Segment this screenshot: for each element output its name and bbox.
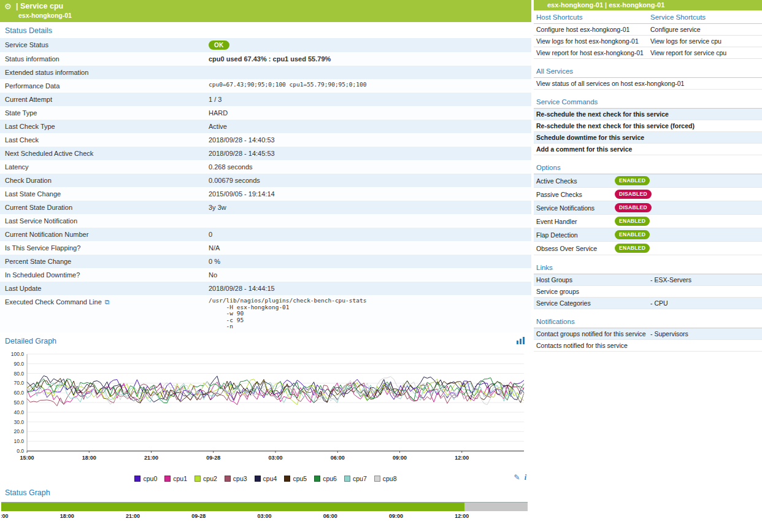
link-label[interactable]: Host Groups [536, 276, 650, 283]
status-rows: Service StatusOKStatus informationcpu0 u… [0, 38, 531, 333]
svg-text:03:00: 03:00 [268, 455, 282, 461]
status-row-value: Active [204, 120, 531, 133]
legend-label: cpu4 [263, 475, 277, 482]
status-row-value: 3y 3w [204, 201, 531, 214]
service-host-link[interactable]: esx-hongkong-01 [18, 12, 526, 20]
status-row-label: Current Notification Number [0, 228, 204, 241]
option-row: Event HandlerENABLED [534, 215, 762, 228]
service-header: ⚙ | Service cpu esx-hongkong-01 [0, 0, 531, 22]
status-row-label: Current State Duration [0, 201, 204, 214]
option-label: Flap Detection [536, 231, 615, 239]
detailed-graph: 100.090.080.070.060.050.040.030.020.010.… [0, 349, 531, 484]
graph-tools: ✎ i [514, 473, 526, 482]
option-state-badge[interactable]: ENABLED [615, 217, 650, 226]
legend-item: cpu8 [374, 475, 397, 482]
status-graph-header: Status Graph [0, 484, 531, 500]
shortcut-row: View report for host esx-hongkong-01View… [534, 47, 762, 59]
host-shortcuts-title: Host Shortcuts [534, 10, 648, 24]
kv-row: Host Groups- ESX-Servers [534, 274, 762, 286]
shortcuts-table: Host Shortcuts Service Shortcuts Configu… [534, 10, 762, 59]
status-row-value: 0.00679 seconds [204, 174, 531, 187]
legend-label: cpu3 [233, 475, 247, 482]
status-details-header: Status Details [0, 22, 531, 38]
all-services-section: All Services View status of all services… [534, 64, 762, 90]
service-command-link[interactable]: Re-schedule the next check for this serv… [534, 109, 762, 120]
legend-item: cpu1 [164, 475, 187, 482]
svg-text:100.0: 100.0 [11, 351, 25, 357]
notifications-section: Notifications Contact groups notified fo… [534, 315, 762, 352]
service-commands-rows: Re-schedule the next check for this serv… [534, 109, 762, 155]
status-row: Last Service Notification [0, 214, 531, 228]
status-row: Percent State Change0 % [0, 255, 531, 268]
copy-icon[interactable]: ⧉ [105, 298, 110, 306]
status-row: Performance Datacpu0=67.43;90;95;0;100 c… [0, 79, 531, 93]
svg-text:30.0: 30.0 [13, 418, 24, 425]
all-services-link[interactable]: View status of all services on host esx-… [534, 78, 762, 90]
service-shortcuts-title: Service Shortcuts [648, 10, 762, 24]
legend-item: cpu2 [194, 475, 217, 482]
legend-label: cpu8 [383, 475, 397, 482]
status-row-label: Last Service Notification [0, 214, 204, 228]
status-row-label: Percent State Change [0, 255, 204, 268]
option-row: Active ChecksENABLED [534, 174, 762, 188]
svg-text:70.0: 70.0 [13, 380, 24, 386]
status-row-value: 2018/09/28 - 14:45:53 [204, 147, 531, 160]
page: ⚙ | Service cpu esx-hongkong-01 Status D… [0, 0, 762, 522]
svg-text:90.0: 90.0 [13, 360, 24, 366]
option-row: Passive ChecksDISABLED [534, 188, 762, 201]
option-state-cell: ENABLED [615, 230, 760, 239]
legend-swatch [225, 476, 231, 482]
host-shortcut-link[interactable]: View logs for host esx-hongkong-01 [534, 36, 648, 47]
legend-swatch [314, 476, 320, 482]
option-state-badge[interactable]: DISABLED [615, 190, 652, 199]
option-state-badge[interactable]: ENABLED [615, 244, 650, 253]
link-label[interactable]: Service Categories [536, 299, 650, 307]
status-row-value: /usr/lib/nagios/plugins/check-bench-cpu-… [204, 295, 531, 333]
kv-row: Service groups [534, 286, 762, 298]
status-timeline-tick: 18:00 [60, 513, 74, 519]
service-shortcut-link[interactable]: Configure service [648, 24, 762, 36]
link-value[interactable]: - CPU [650, 299, 760, 307]
detailed-graph-title: Detailed Graph [5, 337, 56, 345]
gear-icon[interactable]: ⚙ [4, 2, 12, 11]
option-row: Flap DetectionENABLED [534, 228, 762, 242]
host-shortcut-link[interactable]: View report for host esx-hongkong-01 [534, 47, 648, 59]
option-state-badge[interactable]: DISABLED [615, 203, 652, 212]
status-row: Extended status information [0, 66, 531, 79]
service-command-link[interactable]: Re-schedule the next check for this serv… [534, 120, 762, 132]
svg-text:0.0: 0.0 [17, 448, 24, 454]
notification-value[interactable]: - Supervisors [650, 330, 760, 337]
pencil-icon[interactable]: ✎ [514, 473, 520, 482]
service-status-badge: OK [209, 40, 229, 50]
link-label[interactable]: Service groups [536, 288, 650, 295]
status-row: Is This Service Flapping?N/A [0, 241, 531, 255]
info-icon[interactable]: i [525, 473, 526, 482]
status-graph-title: Status Graph [5, 488, 50, 497]
bar-chart-icon[interactable] [517, 337, 525, 346]
status-timeline-tick: 12:00 [455, 513, 469, 519]
status-row-value: 0 % [204, 255, 531, 268]
svg-text:12:00: 12:00 [455, 455, 469, 461]
status-row: Check Duration0.00679 seconds [0, 174, 531, 187]
notification-label[interactable]: Contact groups notified for this service [536, 330, 650, 337]
status-timeline-tick: 03:00 [257, 513, 271, 519]
status-timeline-tick: 09:00 [389, 513, 403, 519]
status-row-label: Latency [0, 160, 204, 174]
status-row-value: 1 / 3 [204, 93, 531, 106]
service-shortcut-link[interactable]: View report for service cpu [648, 47, 762, 59]
all-services-rows: View status of all services on host esx-… [534, 78, 762, 90]
notification-label[interactable]: Contacts notified for this service [536, 342, 650, 349]
host-links[interactable]: esx-hongkong-01 | esx-hongkong-01 [534, 0, 762, 10]
kv-row: Contacts notified for this service [534, 340, 762, 352]
host-shortcut-link[interactable]: Configure host esx-hongkong-01 [534, 24, 648, 36]
service-shortcut-link[interactable]: View logs for service cpu [648, 36, 762, 47]
service-command-link[interactable]: Add a comment for this service [534, 144, 762, 155]
legend-swatch [374, 476, 380, 482]
legend-item: cpu0 [134, 475, 157, 482]
option-state-badge[interactable]: ENABLED [615, 176, 650, 185]
option-state-badge[interactable]: ENABLED [615, 230, 650, 239]
legend-swatch [134, 476, 140, 482]
status-timeline-tick: 21:00 [126, 513, 140, 519]
service-command-link[interactable]: Schedule downtime for this service [534, 132, 762, 144]
link-value[interactable]: - ESX-Servers [650, 276, 760, 283]
